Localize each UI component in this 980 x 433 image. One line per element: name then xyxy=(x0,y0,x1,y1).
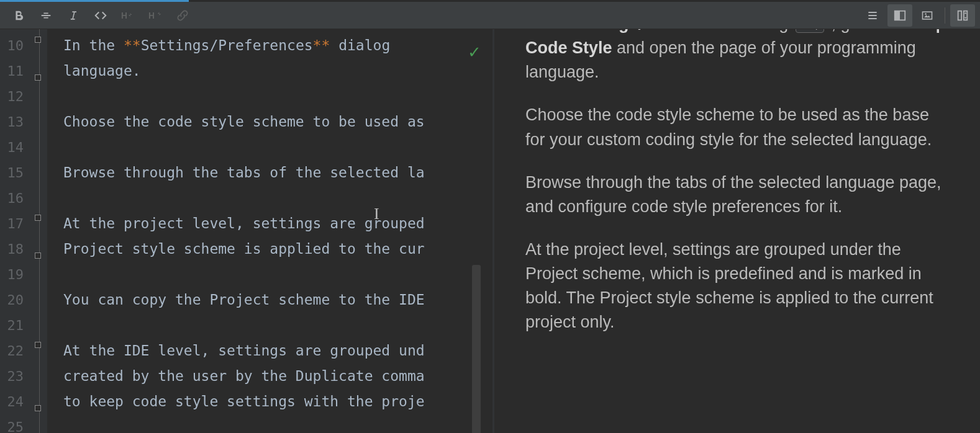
toolbar-left: H H xyxy=(0,2,195,29)
line-number: 18 xyxy=(0,236,32,262)
code-line[interactable]: to keep code style settings with the pro… xyxy=(47,389,492,414)
preview-text: dialog xyxy=(739,29,793,33)
code-line[interactable]: Project style scheme is applied to the c… xyxy=(47,236,492,262)
preview-only-view-button[interactable] xyxy=(915,4,940,27)
preview-paragraph: At the project level, settings are group… xyxy=(525,238,946,335)
fold-close-icon[interactable] xyxy=(35,252,41,259)
strikethrough-button[interactable] xyxy=(34,4,58,27)
code-line[interactable]: Choose the code style scheme to be used … xyxy=(47,109,492,135)
code-line[interactable]: Browse through the tabs of the selected … xyxy=(47,160,492,185)
text-caret: I xyxy=(374,205,375,223)
code-line[interactable]: At the IDE level, settings are grouped u… xyxy=(47,338,492,364)
editor-only-view-button[interactable] xyxy=(860,4,885,27)
line-number: 23 xyxy=(0,364,32,389)
header-down-button[interactable]: H xyxy=(116,4,140,27)
line-number: 11 xyxy=(0,58,32,84)
line-number: 14 xyxy=(0,135,32,160)
line-number-gutter: 10111213141516171819202122232425 xyxy=(0,29,32,433)
preview-pane: In the Settings/Preferences dialog ⌘, , … xyxy=(494,29,980,433)
italic-button[interactable] xyxy=(61,4,86,27)
code-line[interactable] xyxy=(47,262,492,287)
svg-point-5 xyxy=(925,13,927,15)
inspection-ok-icon[interactable]: ✓ xyxy=(468,43,481,62)
code-line[interactable] xyxy=(47,84,492,109)
editor-pane[interactable]: 10111213141516171819202122232425 I In th… xyxy=(0,29,492,433)
toolbar-right xyxy=(860,2,980,29)
code-line[interactable] xyxy=(47,414,492,433)
code-button[interactable] xyxy=(88,4,113,27)
fold-column xyxy=(32,29,47,433)
code-line[interactable] xyxy=(47,185,492,211)
svg-text:H: H xyxy=(148,11,155,20)
svg-text:H: H xyxy=(121,11,127,20)
svg-rect-6 xyxy=(958,11,962,20)
preview-text: In the xyxy=(525,29,572,33)
line-number: 21 xyxy=(0,313,32,338)
line-number: 15 xyxy=(0,160,32,185)
keyboard-shortcut: ⌘, xyxy=(796,29,824,33)
fold-close-icon[interactable] xyxy=(35,74,41,81)
header-up-button[interactable]: H xyxy=(143,4,168,27)
bold-button[interactable] xyxy=(6,4,31,27)
code-line[interactable] xyxy=(47,135,492,160)
line-number: 13 xyxy=(0,109,32,135)
fold-open-icon[interactable] xyxy=(35,215,41,221)
preview-text: , go to xyxy=(827,29,882,33)
code-line[interactable]: In the **Settings/Preferences** dialog xyxy=(47,33,492,58)
code-line[interactable]: At the project level, settings are group… xyxy=(47,211,492,236)
line-number: 10 xyxy=(0,33,32,58)
code-area[interactable]: I In the **Settings/Preferences** dialog… xyxy=(47,29,492,433)
sync-scroll-button[interactable] xyxy=(950,4,975,27)
code-line[interactable] xyxy=(47,313,492,338)
preview-paragraph: In the Settings/Preferences dialog ⌘, , … xyxy=(525,29,946,84)
fold-open-icon[interactable] xyxy=(35,37,41,43)
preview-paragraph: Choose the code style scheme to be used … xyxy=(525,103,946,151)
svg-rect-4 xyxy=(923,12,932,19)
line-number: 19 xyxy=(0,262,32,287)
line-number: 12 xyxy=(0,84,32,109)
svg-rect-3 xyxy=(895,11,900,20)
link-button[interactable] xyxy=(170,4,195,27)
fold-open-icon[interactable] xyxy=(35,342,41,348)
line-number: 25 xyxy=(0,414,32,433)
line-number: 17 xyxy=(0,211,32,236)
code-line[interactable]: created by the user by the Duplicate com… xyxy=(47,364,492,389)
line-number: 24 xyxy=(0,389,32,414)
line-number: 22 xyxy=(0,338,32,364)
split-view-button[interactable] xyxy=(887,4,912,27)
preview-paragraph: Browse through the tabs of the selected … xyxy=(525,171,946,219)
markdown-toolbar: H H xyxy=(0,2,980,29)
preview-bold: Settings/Preferences xyxy=(572,29,739,33)
fold-close-icon[interactable] xyxy=(35,405,41,411)
editor-scrollbar[interactable] xyxy=(472,265,481,433)
code-line[interactable]: You can copy the Project scheme to the I… xyxy=(47,287,492,313)
toolbar-separator xyxy=(945,7,945,24)
line-number: 20 xyxy=(0,287,32,313)
code-line[interactable]: language. xyxy=(47,58,492,84)
line-number: 16 xyxy=(0,185,32,211)
